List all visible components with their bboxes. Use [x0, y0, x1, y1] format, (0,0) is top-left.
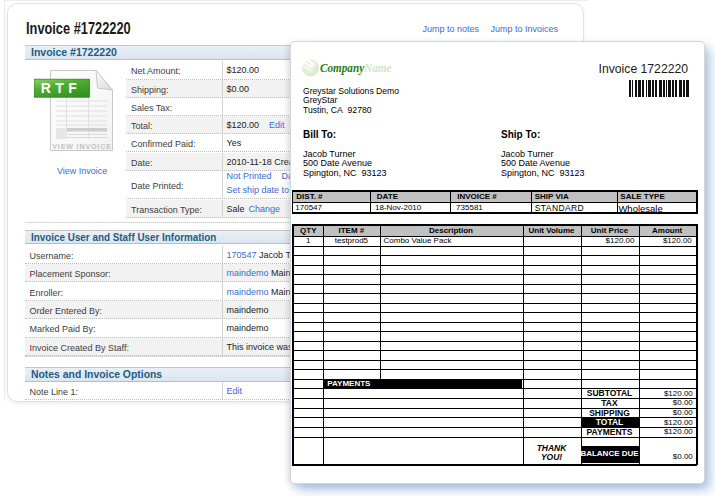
svg-text:VIEW INVOICE: VIEW INVOICE [52, 142, 112, 151]
svg-text:RTF: RTF [41, 80, 82, 96]
